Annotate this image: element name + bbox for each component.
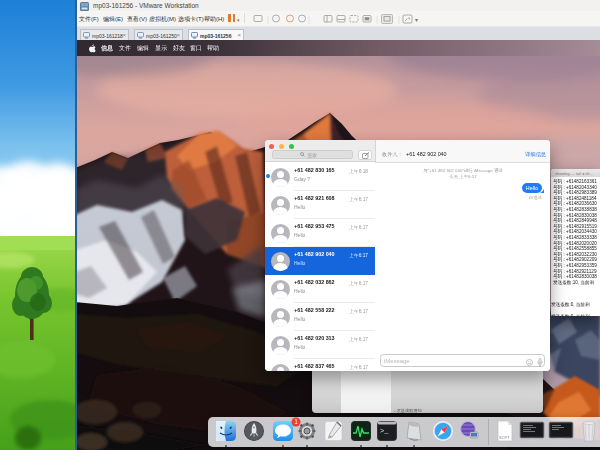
svg-text:>_: >_	[380, 427, 389, 435]
svg-text:SCPT: SCPT	[499, 435, 510, 440]
svg-text:▾: ▾	[415, 17, 418, 23]
